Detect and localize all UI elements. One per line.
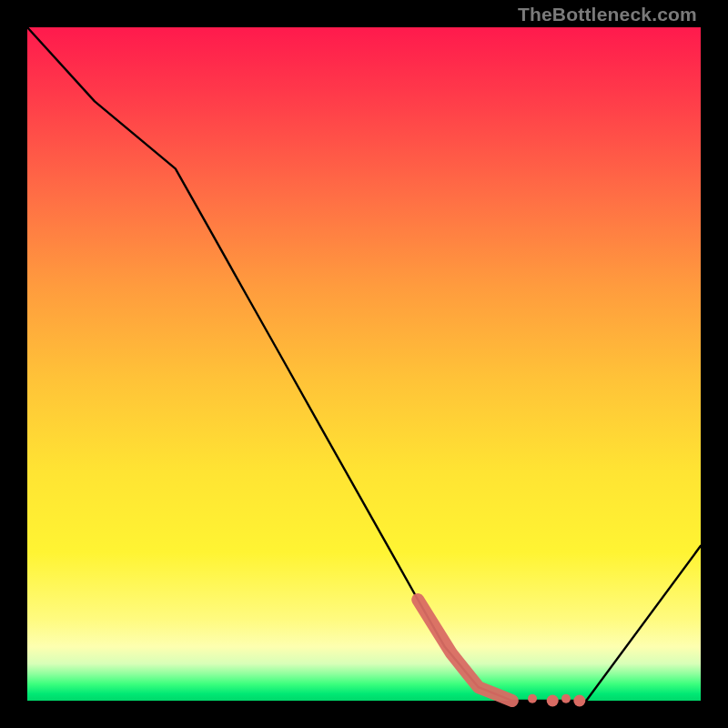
highlight-dot (573, 695, 585, 707)
chart-stage: TheBottleneck.com (0, 0, 728, 728)
highlight-stroke (418, 600, 512, 701)
bottleneck-curve (27, 27, 701, 701)
highlight-dot (547, 695, 559, 707)
highlight-dot (528, 694, 537, 703)
attribution-watermark: TheBottleneck.com (518, 4, 697, 25)
plot-area (27, 27, 701, 701)
highlight-dots (528, 694, 585, 707)
highlight-dot (561, 694, 571, 703)
curve-layer (27, 27, 701, 701)
